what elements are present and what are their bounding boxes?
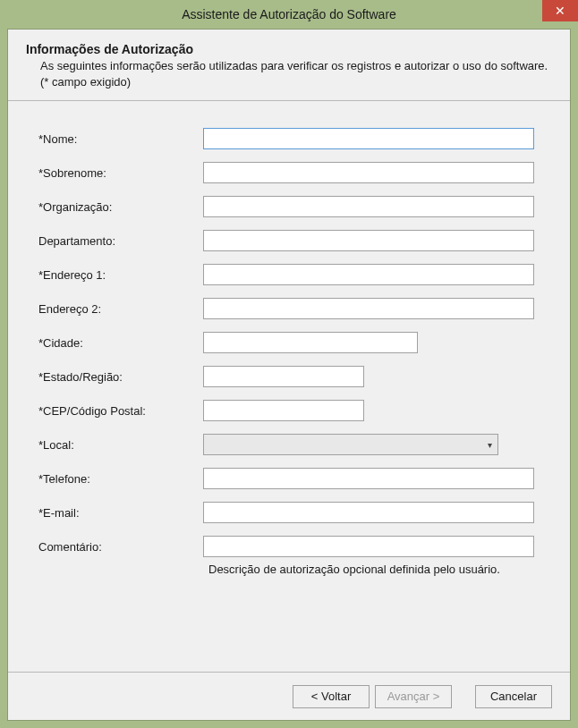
label-local: *Local: bbox=[33, 438, 203, 452]
input-organizacao[interactable] bbox=[203, 196, 534, 217]
row-comentario: Comentário: bbox=[33, 536, 545, 557]
label-endereco1: *Endereço 1: bbox=[33, 268, 203, 282]
input-telefone[interactable] bbox=[203, 468, 534, 489]
input-nome[interactable] bbox=[203, 128, 534, 149]
row-endereco1: *Endereço 1: bbox=[33, 264, 545, 285]
label-cidade: *Cidade: bbox=[33, 336, 203, 350]
window-frame: Assistente de Autorização do Software ✕ … bbox=[0, 0, 578, 728]
label-telefone: *Telefone: bbox=[33, 472, 203, 486]
row-cep: *CEP/Código Postal: bbox=[33, 400, 545, 421]
input-cidade[interactable] bbox=[203, 332, 418, 353]
input-estado[interactable] bbox=[203, 366, 364, 387]
row-local: *Local: ▾ bbox=[33, 434, 545, 455]
input-endereco1[interactable] bbox=[203, 264, 534, 285]
row-telefone: *Telefone: bbox=[33, 468, 545, 489]
back-button[interactable]: < Voltar bbox=[293, 685, 370, 708]
input-email[interactable] bbox=[203, 502, 534, 523]
row-organizacao: *Organização: bbox=[33, 196, 545, 217]
row-nome: *Nome: bbox=[33, 128, 545, 149]
window-title: Assistente de Autorização do Software bbox=[182, 7, 396, 21]
input-cep[interactable] bbox=[203, 400, 364, 421]
close-button[interactable]: ✕ bbox=[542, 0, 578, 21]
row-email: *E-mail: bbox=[33, 502, 545, 523]
label-estado: *Estado/Região: bbox=[33, 370, 203, 384]
next-button[interactable]: Avançar > bbox=[375, 685, 452, 708]
label-organizacao: *Organização: bbox=[33, 200, 203, 214]
label-nome: *Nome: bbox=[33, 132, 203, 146]
header-section: Informações de Autorização As seguintes … bbox=[8, 30, 570, 101]
label-endereco2: Endereço 2: bbox=[33, 302, 203, 316]
cancel-button[interactable]: Cancelar bbox=[475, 685, 552, 708]
close-icon: ✕ bbox=[555, 4, 565, 18]
content-frame: Informações de Autorização As seguintes … bbox=[7, 29, 571, 721]
input-endereco2[interactable] bbox=[203, 298, 534, 319]
input-comentario[interactable] bbox=[203, 536, 534, 557]
row-sobrenome: *Sobrenome: bbox=[33, 162, 545, 183]
label-comentario: Comentário: bbox=[33, 540, 203, 554]
row-estado: *Estado/Região: bbox=[33, 366, 545, 387]
label-departamento: Departamento: bbox=[33, 234, 203, 248]
label-cep: *CEP/Código Postal: bbox=[33, 404, 203, 418]
button-bar: < Voltar Avançar > Cancelar bbox=[8, 672, 570, 720]
comentario-hint: Descrição de autorização opcional defini… bbox=[208, 563, 545, 576]
row-endereco2: Endereço 2: bbox=[33, 298, 545, 319]
input-sobrenome[interactable] bbox=[203, 162, 534, 183]
label-sobrenome: *Sobrenome: bbox=[33, 166, 203, 180]
input-departamento[interactable] bbox=[203, 230, 534, 251]
select-local[interactable]: ▾ bbox=[203, 434, 498, 455]
row-cidade: *Cidade: bbox=[33, 332, 545, 353]
header-title: Informações de Autorização bbox=[26, 42, 552, 56]
form-area: *Nome: *Sobrenome: *Organização: Departa… bbox=[8, 101, 570, 585]
titlebar: Assistente de Autorização do Software ✕ bbox=[0, 0, 578, 29]
row-departamento: Departamento: bbox=[33, 230, 545, 251]
chevron-down-icon: ▾ bbox=[488, 440, 492, 450]
label-email: *E-mail: bbox=[33, 506, 203, 520]
header-description: As seguintes informações serão utilizada… bbox=[26, 58, 552, 89]
